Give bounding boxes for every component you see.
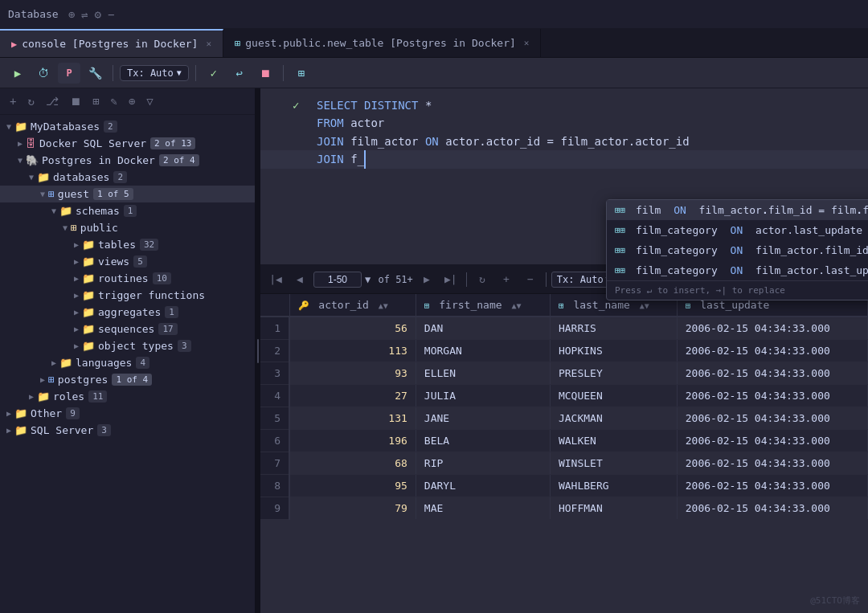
cell-rownum: 3 [260, 362, 289, 385]
last-name-sort-icon[interactable]: ▲▼ [640, 301, 649, 310]
grid-button[interactable]: ⊞ [290, 63, 313, 84]
sql-server-badge: 3 [97, 424, 111, 436]
history-button[interactable]: ⏱ [32, 63, 55, 84]
tree-routines[interactable]: ▶ 📁 routines 10 [0, 270, 255, 287]
table-row[interactable]: 3 93 ELLEN PRESLEY 2006-02-15 04:34:33.0… [260, 362, 868, 385]
autocomplete-item-2[interactable]: ⊞⊞ film_category ON film_actor.film_id =… [607, 240, 868, 260]
last-page-button[interactable]: ▶| [440, 270, 461, 289]
first-name-sort-icon[interactable]: ▲▼ [511, 301, 521, 310]
tree-aggregates[interactable]: ▶ 📁 aggregates 1 [0, 304, 255, 321]
explain-button[interactable]: P [58, 63, 80, 84]
col-first-name[interactable]: ⊞ first_name ▲▼ [416, 294, 550, 317]
tree-public[interactable]: ▼ ⊞ public [0, 219, 255, 236]
check-button[interactable]: ✓ [203, 63, 225, 84]
table-row[interactable]: 7 68 RIP WINSLET 2006-02-15 04:34:33.000 [260, 452, 868, 475]
col-first-name-label: first_name [439, 299, 502, 311]
schemas-badge: 1 [124, 205, 137, 217]
tab-console[interactable]: ▶ console [Postgres in Docker] ✕ [0, 29, 223, 57]
add-row-button[interactable]: + [496, 270, 517, 289]
actor-id-sort-icon[interactable]: ▲▼ [379, 301, 388, 310]
tree-postgres-db[interactable]: ▶ ⊞ postgres 1 of 4 [0, 371, 255, 388]
cell-rownum: 9 [260, 497, 289, 520]
tables-folder-icon: 📁 [82, 239, 95, 251]
table-tab-close[interactable]: ✕ [524, 38, 530, 48]
trigger-functions-arrow: ▶ [71, 291, 82, 300]
database-tree: ▼ 📁 MyDatabases 2 ▶ 🗄 Docker SQL Server … [0, 115, 255, 613]
autocomplete-item-1[interactable]: ⊞⊞ film_category ON actor.last_update = … [607, 220, 868, 240]
first-page-button[interactable]: |◀ [265, 270, 286, 289]
tree-postgres-docker[interactable]: ▼ 🐘 Postgres in Docker 2 of 4 [0, 152, 255, 169]
edit-icon[interactable]: ✎ [107, 93, 120, 109]
tab-table[interactable]: ⊞ guest.public.new_table [Postgres in Do… [223, 29, 541, 57]
sql-editor[interactable]: ✓ SELECT DISTINCT * FROM actor JOIN film… [260, 88, 868, 265]
add-icon[interactable]: + [6, 93, 19, 109]
other-badge: 9 [66, 407, 80, 419]
views-arrow: ▶ [71, 257, 82, 266]
col-actor-id[interactable]: 🔑 actor_id ▲▼ [289, 294, 416, 317]
page-dropdown-icon[interactable]: ▼ [365, 274, 371, 285]
tree-docker-sql[interactable]: ▶ 🗄 Docker SQL Server 2 of 13 [0, 135, 255, 152]
actor-id-key-icon: 🔑 [298, 300, 309, 311]
gear-icon[interactable]: ⚙ [95, 8, 101, 21]
tree-schemas[interactable]: ▼ 📁 schemas 1 [0, 202, 255, 219]
last-name-col-icon: ⊞ [559, 300, 564, 311]
tree-databases[interactable]: ▼ 📁 databases 2 [0, 169, 255, 186]
grid-sidebar-icon[interactable]: ⊞ [89, 93, 102, 109]
table-row[interactable]: 9 79 MAE HOFFMAN 2006-02-15 04:34:33.000 [260, 497, 868, 520]
duplicate-icon[interactable]: ⊕ [125, 93, 138, 109]
toolbar-sep-3 [283, 65, 284, 81]
table-row[interactable]: 2 113 MORGAN HOPKINS 2006-02-15 04:34:33… [260, 340, 868, 362]
globe-icon[interactable]: ⊕ [68, 8, 75, 21]
tree-trigger-functions[interactable]: ▶ 📁 trigger functions [0, 287, 255, 304]
next-page-button[interactable]: ▶ [416, 270, 437, 289]
on-keyword-1: ON [425, 133, 439, 150]
tx-dropdown[interactable]: Tx: Auto ▼ [120, 65, 189, 81]
tree-sql-server[interactable]: ▶ 📁 SQL Server 3 [0, 422, 255, 439]
tree-mydatabases[interactable]: ▼ 📁 MyDatabases 2 [0, 118, 255, 135]
table-row[interactable]: 4 27 JULIA MCQUEEN 2006-02-15 04:34:33.0… [260, 385, 868, 407]
autocomplete-dropdown[interactable]: ⊞⊞ film ON film_actor.film_id = film.fil… [606, 199, 868, 300]
filter-icon[interactable]: ▽ [143, 93, 156, 109]
views-badge: 5 [133, 255, 147, 268]
table-row[interactable]: 6 196 BELA WALKEN 2006-02-15 04:34:33.00… [260, 430, 868, 452]
tree-object-types[interactable]: ▶ 📁 object types 3 [0, 337, 255, 354]
table-row[interactable]: 5 131 JANE JACKMAN 2006-02-15 04:34:33.0… [260, 407, 868, 430]
routines-arrow: ▶ [71, 274, 82, 283]
minus-icon[interactable]: − [108, 8, 114, 21]
remove-row-button[interactable]: − [520, 270, 541, 289]
tree-sequences[interactable]: ▶ 📁 sequences 17 [0, 321, 255, 337]
stop-button[interactable]: ⏹ [254, 63, 276, 84]
branch-icon[interactable]: ⎇ [43, 93, 62, 109]
tree-other[interactable]: ▶ 📁 Other 9 [0, 405, 255, 422]
line3-film-actor: film_actor [344, 133, 425, 150]
public-label: public [80, 222, 118, 234]
page-of-label: of 51+ [372, 274, 413, 285]
refresh-button[interactable]: ↻ [472, 270, 493, 289]
run-button[interactable]: ▶ [6, 63, 29, 84]
autocomplete-item-3[interactable]: ⊞⊞ film_category ON film_actor.last_upda… [607, 260, 868, 280]
tree-tables[interactable]: ▶ 📁 tables 32 [0, 236, 255, 253]
split-icon[interactable]: ⇌ [81, 8, 88, 21]
tables-label: tables [98, 239, 136, 251]
cell-rownum: 5 [260, 407, 289, 430]
data-table-container[interactable]: 🔑 actor_id ▲▼ ⊞ first_name ▲▼ ⊞ last_nam… [260, 294, 868, 613]
tree-guest[interactable]: ▼ ⊞ guest 1 of 5 [0, 186, 255, 202]
page-input[interactable] [313, 272, 362, 288]
prev-page-button[interactable]: ◀ [289, 270, 310, 289]
cell-last-name: WINSLET [550, 452, 677, 475]
console-tab-close[interactable]: ✕ [206, 39, 211, 49]
refresh-icon[interactable]: ↻ [24, 93, 37, 109]
undo-button[interactable]: ↩ [228, 63, 251, 84]
cell-last-update: 2006-02-15 04:34:33.000 [677, 317, 867, 340]
table-row[interactable]: 1 56 DAN HARRIS 2006-02-15 04:34:33.000 [260, 317, 868, 340]
schemas-label: schemas [76, 205, 120, 217]
tree-languages[interactable]: ▶ 📁 languages 4 [0, 354, 255, 371]
autocomplete-item-0[interactable]: ⊞⊞ film ON film_actor.film_id = film.fil… [607, 200, 868, 220]
stop-sidebar-icon[interactable]: ⏹ [67, 93, 84, 109]
tree-roles[interactable]: ▶ 📁 roles 11 [0, 388, 255, 405]
ac-icon-1: ⊞⊞ [615, 225, 629, 235]
tree-views[interactable]: ▶ 📁 views 5 [0, 253, 255, 270]
cell-actor-id: 56 [289, 317, 416, 340]
table-row[interactable]: 8 95 DARYL WAHLBERG 2006-02-15 04:34:33.… [260, 475, 868, 497]
wrench-button[interactable]: 🔧 [84, 63, 106, 84]
